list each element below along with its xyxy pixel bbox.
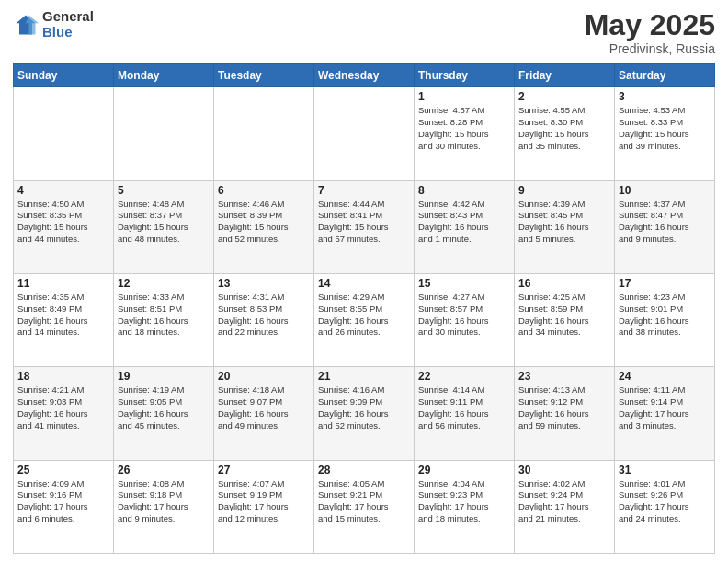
day-number: 17: [619, 277, 711, 290]
day-number: 8: [418, 184, 510, 197]
calendar-header-row: SundayMondayTuesdayWednesdayThursdayFrid…: [14, 64, 715, 87]
day-info: Sunrise: 4:50 AMSunset: 8:35 PMDaylight:…: [17, 199, 109, 246]
day-info: Sunrise: 4:13 AMSunset: 9:12 PMDaylight:…: [518, 385, 610, 431]
day-number: 10: [619, 184, 711, 197]
calendar-cell: 5Sunrise: 4:48 AMSunset: 8:37 PMDaylight…: [114, 180, 214, 273]
calendar-cell: 25Sunrise: 4:09 AMSunset: 9:16 PMDayligh…: [14, 460, 114, 553]
day-info: Sunrise: 4:44 AMSunset: 8:41 PMDaylight:…: [318, 199, 410, 246]
day-info: Sunrise: 4:01 AMSunset: 9:26 PMDaylight:…: [619, 478, 711, 525]
weekday-header: Friday: [515, 64, 615, 87]
day-number: 25: [17, 464, 109, 477]
day-info: Sunrise: 4:11 AMSunset: 9:14 PMDaylight:…: [619, 385, 711, 431]
day-number: 11: [17, 277, 109, 290]
day-number: 9: [518, 184, 610, 197]
calendar-week-row: 4Sunrise: 4:50 AMSunset: 8:35 PMDaylight…: [14, 180, 715, 273]
logo-blue: Blue: [42, 25, 94, 40]
calendar-cell: [214, 87, 314, 180]
day-info: Sunrise: 4:31 AMSunset: 8:53 PMDaylight:…: [218, 292, 310, 339]
logo: General Blue: [13, 9, 94, 40]
day-info: Sunrise: 4:35 AMSunset: 8:49 PMDaylight:…: [17, 292, 109, 339]
day-number: 1: [418, 90, 510, 103]
weekday-header: Monday: [114, 64, 214, 87]
day-number: 13: [218, 277, 310, 290]
day-info: Sunrise: 4:55 AMSunset: 8:30 PMDaylight:…: [518, 105, 610, 152]
calendar-cell: 2Sunrise: 4:55 AMSunset: 8:30 PMDaylight…: [515, 87, 615, 180]
weekday-header: Sunday: [14, 64, 114, 87]
title-month: May 2025: [585, 9, 715, 41]
day-info: Sunrise: 4:23 AMSunset: 9:01 PMDaylight:…: [619, 292, 711, 339]
day-number: 28: [318, 464, 410, 477]
weekday-header: Saturday: [615, 64, 715, 87]
day-number: 22: [418, 370, 510, 383]
day-info: Sunrise: 4:02 AMSunset: 9:24 PMDaylight:…: [518, 478, 610, 525]
day-number: 24: [619, 370, 711, 383]
calendar-week-row: 18Sunrise: 4:21 AMSunset: 9:03 PMDayligh…: [14, 367, 715, 460]
calendar-cell: 13Sunrise: 4:31 AMSunset: 8:53 PMDayligh…: [214, 273, 314, 366]
day-number: 14: [318, 277, 410, 290]
calendar-cell: 10Sunrise: 4:37 AMSunset: 8:47 PMDayligh…: [615, 180, 715, 273]
day-number: 21: [318, 370, 410, 383]
day-number: 6: [218, 184, 310, 197]
calendar-week-row: 1Sunrise: 4:57 AMSunset: 8:28 PMDaylight…: [14, 87, 715, 180]
calendar-cell: 30Sunrise: 4:02 AMSunset: 9:24 PMDayligh…: [515, 460, 615, 553]
calendar-cell: 8Sunrise: 4:42 AMSunset: 8:43 PMDaylight…: [415, 180, 515, 273]
day-number: 2: [518, 90, 610, 103]
weekday-header: Wednesday: [314, 64, 415, 87]
day-info: Sunrise: 4:18 AMSunset: 9:07 PMDaylight:…: [218, 385, 310, 431]
day-number: 7: [318, 184, 410, 197]
calendar-cell: [114, 87, 214, 180]
calendar-cell: 3Sunrise: 4:53 AMSunset: 8:33 PMDaylight…: [615, 87, 715, 180]
day-info: Sunrise: 4:19 AMSunset: 9:05 PMDaylight:…: [118, 385, 210, 431]
calendar-cell: 6Sunrise: 4:46 AMSunset: 8:39 PMDaylight…: [214, 180, 314, 273]
day-number: 18: [17, 370, 109, 383]
logo-text: General Blue: [42, 9, 94, 40]
calendar-cell: 16Sunrise: 4:25 AMSunset: 8:59 PMDayligh…: [515, 273, 615, 366]
calendar-cell: 18Sunrise: 4:21 AMSunset: 9:03 PMDayligh…: [14, 367, 114, 460]
day-info: Sunrise: 4:42 AMSunset: 8:43 PMDaylight:…: [418, 199, 510, 246]
calendar-cell: 7Sunrise: 4:44 AMSunset: 8:41 PMDaylight…: [314, 180, 415, 273]
day-number: 12: [118, 277, 210, 290]
weekday-header: Thursday: [415, 64, 515, 87]
day-info: Sunrise: 4:21 AMSunset: 9:03 PMDaylight:…: [17, 385, 109, 431]
day-info: Sunrise: 4:25 AMSunset: 8:59 PMDaylight:…: [518, 292, 610, 339]
day-info: Sunrise: 4:57 AMSunset: 8:28 PMDaylight:…: [418, 105, 510, 152]
calendar-cell: [314, 87, 415, 180]
day-info: Sunrise: 4:33 AMSunset: 8:51 PMDaylight:…: [118, 292, 210, 339]
page: General Blue May 2025 Predivinsk, Russia…: [0, 0, 728, 563]
day-info: Sunrise: 4:08 AMSunset: 9:18 PMDaylight:…: [118, 478, 210, 525]
calendar-cell: 1Sunrise: 4:57 AMSunset: 8:28 PMDaylight…: [415, 87, 515, 180]
calendar-cell: 11Sunrise: 4:35 AMSunset: 8:49 PMDayligh…: [14, 273, 114, 366]
day-info: Sunrise: 4:16 AMSunset: 9:09 PMDaylight:…: [318, 385, 410, 431]
title-block: May 2025 Predivinsk, Russia: [585, 9, 715, 56]
day-number: 26: [118, 464, 210, 477]
calendar-cell: [14, 87, 114, 180]
calendar-table: SundayMondayTuesdayWednesdayThursdayFrid…: [13, 63, 715, 554]
calendar-cell: 23Sunrise: 4:13 AMSunset: 9:12 PMDayligh…: [515, 367, 615, 460]
day-info: Sunrise: 4:27 AMSunset: 8:57 PMDaylight:…: [418, 292, 510, 339]
day-number: 15: [418, 277, 510, 290]
day-number: 27: [218, 464, 310, 477]
header: General Blue May 2025 Predivinsk, Russia: [13, 9, 715, 56]
logo-icon: [13, 12, 39, 38]
day-info: Sunrise: 4:37 AMSunset: 8:47 PMDaylight:…: [619, 199, 711, 246]
day-number: 29: [418, 464, 510, 477]
day-number: 19: [118, 370, 210, 383]
calendar-cell: 9Sunrise: 4:39 AMSunset: 8:45 PMDaylight…: [515, 180, 615, 273]
day-number: 30: [518, 464, 610, 477]
day-info: Sunrise: 4:14 AMSunset: 9:11 PMDaylight:…: [418, 385, 510, 431]
day-info: Sunrise: 4:48 AMSunset: 8:37 PMDaylight:…: [118, 199, 210, 246]
weekday-header: Tuesday: [214, 64, 314, 87]
calendar-week-row: 25Sunrise: 4:09 AMSunset: 9:16 PMDayligh…: [14, 460, 715, 553]
day-info: Sunrise: 4:39 AMSunset: 8:45 PMDaylight:…: [518, 199, 610, 246]
day-number: 20: [218, 370, 310, 383]
calendar-cell: 29Sunrise: 4:04 AMSunset: 9:23 PMDayligh…: [415, 460, 515, 553]
calendar-cell: 19Sunrise: 4:19 AMSunset: 9:05 PMDayligh…: [114, 367, 214, 460]
calendar-cell: 20Sunrise: 4:18 AMSunset: 9:07 PMDayligh…: [214, 367, 314, 460]
day-info: Sunrise: 4:05 AMSunset: 9:21 PMDaylight:…: [318, 478, 410, 525]
day-number: 16: [518, 277, 610, 290]
day-number: 4: [17, 184, 109, 197]
calendar-cell: 15Sunrise: 4:27 AMSunset: 8:57 PMDayligh…: [415, 273, 515, 366]
day-info: Sunrise: 4:04 AMSunset: 9:23 PMDaylight:…: [418, 478, 510, 525]
day-info: Sunrise: 4:53 AMSunset: 8:33 PMDaylight:…: [619, 105, 711, 152]
calendar-cell: 22Sunrise: 4:14 AMSunset: 9:11 PMDayligh…: [415, 367, 515, 460]
